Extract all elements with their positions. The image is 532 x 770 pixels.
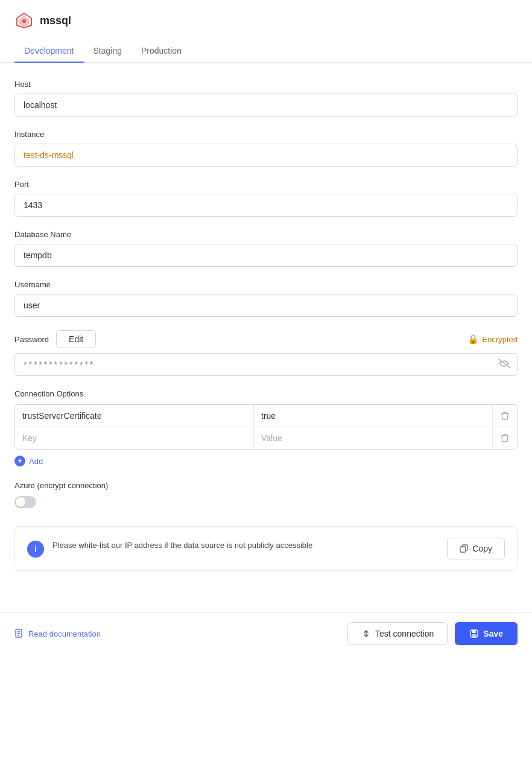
test-connection-button[interactable]: Test connection (347, 622, 448, 645)
password-label-row: Password Edit (14, 330, 96, 348)
connection-options-label: Connection Options (14, 389, 518, 398)
username-label: Username (14, 280, 518, 289)
footer: Read documentation Test connection Save (0, 612, 532, 655)
tab-staging[interactable]: Staging (84, 40, 131, 63)
copy-icon (460, 544, 468, 553)
conn-value-1: true (254, 405, 493, 427)
connection-options-group: Connection Options trustServerCertificat… (14, 389, 518, 466)
copy-button[interactable]: Copy (447, 538, 505, 559)
arrows-icon (361, 629, 371, 638)
database-name-label: Database Name (14, 230, 518, 239)
username-group: Username (14, 280, 518, 317)
encrypted-badge: 🔒 Encrypted (467, 334, 518, 345)
copy-label: Copy (472, 544, 492, 553)
conn-key-placeholder-2[interactable]: Key (15, 427, 254, 449)
main-content: Host Instance Port Database Name Usernam… (0, 63, 532, 606)
svg-rect-3 (460, 547, 466, 552)
azure-label: Azure (encrypt connection) (14, 481, 518, 490)
read-docs-label: Read documentation (28, 629, 101, 638)
app-logo-icon (14, 11, 34, 30)
info-text: Please white-list our IP address if the … (52, 539, 312, 552)
read-documentation-button[interactable]: Read documentation (14, 629, 101, 638)
password-group: Password Edit 🔒 Encrypted (14, 330, 518, 376)
instance-group: Instance (14, 130, 518, 167)
svg-rect-7 (472, 634, 477, 637)
info-icon: i (27, 541, 44, 558)
svg-point-2 (22, 19, 26, 23)
plus-circle-icon: + (14, 456, 25, 466)
test-connection-label: Test connection (375, 629, 434, 638)
encrypted-label: Encrypted (482, 335, 518, 344)
password-label: Password (14, 335, 49, 344)
toggle-knob (16, 497, 25, 507)
connection-row-2: Key Value (15, 427, 517, 449)
conn-delete-2[interactable] (493, 427, 517, 449)
conn-key-1: trustServerCertificate (15, 405, 254, 427)
edit-password-button[interactable]: Edit (56, 330, 96, 348)
footer-actions: Test connection Save (347, 622, 518, 645)
save-label: Save (483, 629, 503, 638)
host-group: Host (14, 80, 518, 116)
host-input[interactable] (14, 94, 518, 116)
database-name-group: Database Name (14, 230, 518, 267)
tab-production[interactable]: Production (131, 40, 191, 63)
password-input-wrapper (14, 353, 518, 376)
add-connection-option-button[interactable]: + Add (14, 456, 518, 466)
info-banner: i Please white-list our IP address if th… (14, 526, 518, 571)
save-icon (469, 629, 479, 638)
instance-input[interactable] (14, 144, 518, 167)
app-header: mssql (0, 0, 532, 30)
username-input[interactable] (14, 294, 518, 317)
password-header-row: Password Edit 🔒 Encrypted (14, 330, 518, 348)
add-label: Add (29, 457, 43, 466)
conn-delete-1[interactable] (493, 405, 517, 427)
azure-section: Azure (encrypt connection) (14, 481, 518, 508)
svg-rect-8 (475, 631, 476, 632)
instance-label: Instance (14, 130, 518, 139)
port-group: Port (14, 180, 518, 217)
host-label: Host (14, 80, 518, 89)
database-name-input[interactable] (14, 244, 518, 267)
tab-bar: Development Staging Production (0, 40, 532, 63)
connection-options-table: trustServerCertificate true Key Value (14, 404, 518, 450)
lock-icon: 🔒 (467, 334, 479, 345)
eye-slash-icon[interactable] (498, 358, 510, 371)
azure-toggle[interactable] (14, 496, 36, 508)
tab-development[interactable]: Development (14, 40, 84, 63)
password-input[interactable] (14, 353, 518, 376)
app-title: mssql (40, 14, 71, 27)
port-input[interactable] (14, 194, 518, 217)
save-button[interactable]: Save (455, 622, 518, 645)
connection-row-1: trustServerCertificate true (15, 405, 517, 427)
conn-value-placeholder-2[interactable]: Value (254, 427, 493, 449)
info-banner-left: i Please white-list our IP address if th… (27, 539, 312, 558)
doc-icon (14, 629, 24, 638)
port-label: Port (14, 180, 518, 189)
